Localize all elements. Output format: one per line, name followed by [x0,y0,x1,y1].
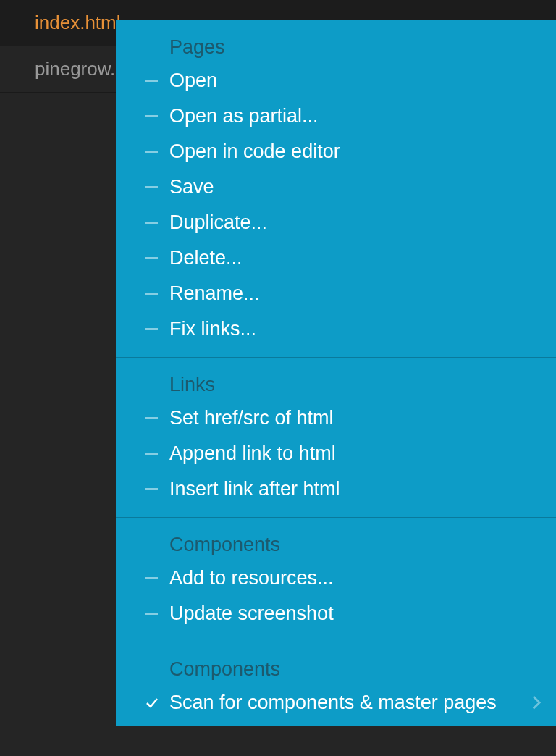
menu-item-fix-links[interactable]: Fix links... [116,311,556,347]
dash-icon [145,572,158,585]
menu-item-scan-components[interactable]: Scan for components & master pages [116,685,556,726]
svg-rect-12 [145,613,158,615]
section-header: Components [116,518,556,560]
menu-label: Duplicate... [169,211,542,234]
chevron-right-icon [531,698,542,708]
dash-icon [145,252,158,265]
menu-item-update-screenshot[interactable]: Update screenshot [116,596,556,631]
menu-section-components-1: Components Add to resources... Update sc… [116,518,556,631]
menu-item-set-href[interactable]: Set href/src of html [116,400,556,436]
file-name: pinegrow. [35,58,115,80]
section-header: Pages [116,20,556,63]
menu-label: Update screenshot [169,602,542,625]
menu-label: Append link to html [169,442,542,465]
dash-icon [145,323,158,336]
menu-label: Insert link after html [169,478,542,500]
check-icon [145,696,159,710]
menu-label: Save [169,176,542,198]
svg-rect-10 [145,488,158,490]
menu-label: Open [169,70,542,92]
svg-rect-4 [145,222,158,224]
svg-rect-2 [145,151,158,153]
dash-icon [145,181,158,194]
menu-item-delete[interactable]: Delete... [116,240,556,276]
svg-rect-9 [145,453,158,455]
menu-label: Set href/src of html [169,407,542,429]
menu-section-pages: Pages Open Open as partial... Open in co… [116,20,556,347]
menu-label: Fix links... [169,318,542,340]
dash-icon [145,287,158,301]
menu-label: Rename... [169,282,542,305]
menu-item-rename[interactable]: Rename... [116,276,556,311]
section-header: Components [116,642,556,685]
dash-icon [145,608,158,621]
svg-rect-8 [145,417,158,419]
menu-section-links: Links Set href/src of html Append link t… [116,358,556,507]
menu-item-append-link[interactable]: Append link to html [116,436,556,471]
menu-item-open-code-editor[interactable]: Open in code editor [116,134,556,169]
section-header: Links [116,358,556,400]
menu-item-add-resources[interactable]: Add to resources... [116,560,556,596]
dash-icon [145,75,158,88]
menu-item-insert-link[interactable]: Insert link after html [116,471,556,507]
dash-icon [145,412,158,425]
dash-icon [145,483,158,496]
svg-rect-7 [145,328,158,330]
dash-icon [145,217,158,230]
svg-rect-3 [145,186,158,188]
svg-rect-0 [145,80,158,82]
menu-label: Open in code editor [169,140,542,163]
dash-icon [145,110,158,123]
menu-label: Add to resources... [169,567,542,589]
menu-label: Scan for components & master pages [169,692,531,714]
svg-rect-1 [145,115,158,117]
dash-icon [145,146,158,159]
svg-rect-11 [145,577,158,579]
menu-item-duplicate[interactable]: Duplicate... [116,205,556,240]
svg-rect-6 [145,293,158,295]
menu-item-save[interactable]: Save [116,169,556,205]
menu-item-open[interactable]: Open [116,63,556,98]
menu-label: Open as partial... [169,105,542,127]
menu-section-components-2: Components Scan for components & master … [116,642,556,726]
menu-item-open-partial[interactable]: Open as partial... [116,98,556,134]
context-menu: Pages Open Open as partial... Open in co… [116,20,556,726]
svg-rect-5 [145,257,158,259]
dash-icon [145,448,158,461]
file-name: index.html [35,12,121,33]
menu-label: Delete... [169,247,542,269]
